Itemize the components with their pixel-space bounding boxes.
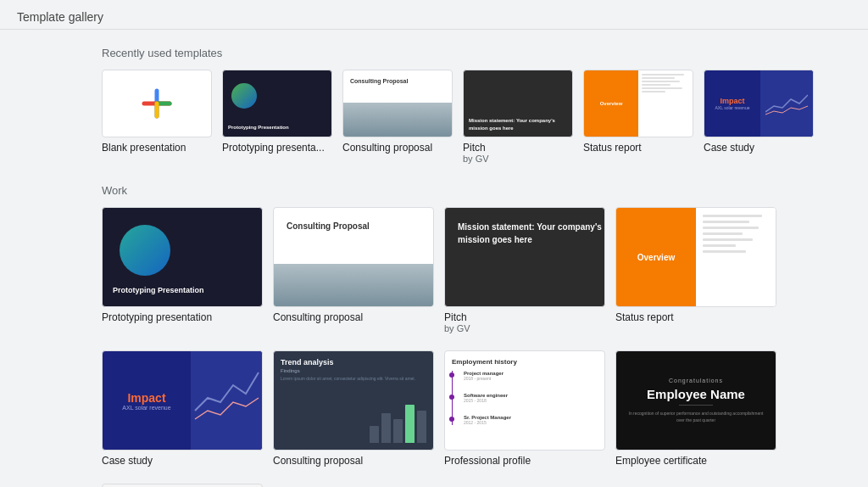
thumb-employ-lg: Employment history Project manager 2018 …	[444, 350, 605, 451]
case-sub-text: AXL solar revenue	[715, 105, 750, 110]
thumb-wire-lg: by Balsamiq Project Wireframes	[102, 484, 263, 487]
template-pitch-lg-subname: by GV	[444, 323, 470, 333]
template-case-sm[interactable]: Impact AXL solar revenue Case study	[704, 70, 814, 164]
employ-entry-2: Software engineer 2015 - 2018	[464, 393, 598, 403]
employ-entry-3: Sr. Project Manager 2012 - 2015	[464, 415, 598, 425]
case-lg-left: Impact AXL solar revenue	[103, 351, 191, 450]
pitch-sm-text: Mission statement: Your company's missio…	[469, 117, 567, 132]
template-blank-name: Blank presentation	[102, 142, 186, 154]
timeline-dot-1	[449, 372, 454, 378]
case-lg-right	[191, 351, 262, 450]
work-row-2: Impact AXL solar revenue Case study Tren…	[102, 350, 766, 467]
wave-chart	[765, 91, 808, 116]
proto-circle	[231, 83, 257, 109]
work-section-label: Work	[102, 184, 766, 197]
thumb-consult-sm: Consulting Proposal	[342, 70, 453, 137]
employ-date-1: 2018 - present	[464, 376, 598, 381]
thumb-proto-sm: Prototyping Presentation	[222, 70, 332, 137]
case-left: Impact AXL solar revenue	[704, 70, 760, 137]
cert-divider	[679, 405, 713, 406]
google-plus-icon	[140, 87, 174, 120]
bar-5	[417, 411, 426, 443]
thumb-case-sm: Impact AXL solar revenue	[704, 70, 814, 137]
status-orange-block: Overview	[584, 70, 638, 137]
case-lg-impact: Impact	[127, 391, 165, 405]
template-status-lg[interactable]: Overview Status report	[615, 207, 776, 333]
template-wire-lg[interactable]: by Balsamiq Project Wireframes Project W…	[102, 484, 263, 487]
thumb-status-sm: Overview	[583, 70, 693, 137]
thumb-proto-lg: Prototyping Presentation	[102, 207, 263, 307]
recent-section-label: Recently used templates	[102, 47, 766, 59]
template-proto-lg[interactable]: Prototyping Presentation Prototyping pre…	[102, 207, 263, 333]
template-blank[interactable]: Blank presentation	[102, 70, 212, 164]
proto-sm-text: Prototyping Presentation	[228, 125, 289, 132]
trend-bars-container	[370, 396, 426, 443]
work-row-1: Prototyping Presentation Prototyping pre…	[102, 207, 766, 333]
template-proto-sm-name: Prototyping presenta...	[222, 142, 325, 154]
template-proto-lg-name: Prototyping presentation	[102, 311, 212, 323]
thumb-pitch-lg: Mission statement: Your company's missio…	[444, 207, 605, 307]
consult-sm-text: Consulting Proposal	[350, 77, 408, 86]
recent-templates-row: Blank presentation Prototyping Presentat…	[102, 70, 766, 164]
template-consult-sm[interactable]: Consulting Proposal Consulting proposal	[342, 70, 453, 164]
thumb-cert-lg: Congratulations Employee Name In recogni…	[615, 350, 776, 451]
template-status-sm[interactable]: Overview Status report	[583, 70, 693, 164]
template-consult-lg-name: Consulting proposal	[273, 311, 363, 323]
template-status-sm-name: Status report	[583, 142, 642, 154]
template-employ-lg-name: Professional profile	[444, 455, 531, 467]
trend-body-text: Lorem ipsum dolor sit amet, consectetur …	[281, 376, 426, 382]
template-trend-lg-name: Consulting proposal	[273, 455, 363, 467]
cert-desc-text: In recognition of superior performance a…	[625, 411, 767, 423]
work-row-3: by Balsamiq Project Wireframes Project W…	[102, 484, 766, 487]
bar-1	[370, 426, 379, 443]
template-proto-sm[interactable]: Prototyping Presentation Prototyping pre…	[222, 70, 332, 164]
cert-name-text: Employee Name	[647, 387, 745, 401]
employ-entry-1: Project manager 2018 - present	[464, 371, 598, 381]
mountain-lg-bg	[274, 264, 433, 306]
employ-timeline: Project manager 2018 - present Software …	[452, 371, 598, 425]
template-pitch-sm-subname: by GV	[463, 154, 489, 164]
consult-lg-text: Consulting Proposal	[287, 221, 370, 232]
status-overview-text: Overview	[600, 101, 623, 106]
template-case-lg-name: Case study	[102, 455, 153, 467]
work-section: Work Prototyping Presentation Prototypin…	[102, 184, 766, 487]
status-lg-overview-text: Overview	[637, 253, 675, 262]
bar-2	[381, 413, 391, 443]
timeline-dot-3	[449, 417, 454, 422]
employ-title-text: Employment history	[452, 358, 598, 366]
case-wave-chart	[191, 360, 262, 428]
template-pitch-lg[interactable]: Mission statement: Your company's missio…	[444, 207, 605, 333]
thumb-trend-lg: Trend analysis Findings Lorem ipsum dolo…	[273, 350, 434, 451]
thumb-case-lg: Impact AXL solar revenue	[102, 350, 263, 451]
thumb-blank	[102, 70, 212, 137]
proto-lg-circle	[120, 225, 170, 276]
template-pitch-sm-name: Pitch	[463, 142, 486, 154]
cert-congrats-text: Congratulations	[669, 378, 723, 383]
bar-3	[393, 419, 403, 443]
trend-title-text: Trend analysis	[281, 358, 426, 367]
template-employ-lg[interactable]: Employment history Project manager 2018 …	[444, 350, 605, 467]
thumb-status-lg: Overview	[615, 207, 776, 307]
template-consult-lg[interactable]: Consulting Proposal Consulting proposal	[273, 207, 434, 333]
template-cert-lg[interactable]: Congratulations Employee Name In recogni…	[615, 350, 776, 467]
template-pitch-lg-name: Pitch	[444, 311, 467, 323]
template-case-sm-name: Case study	[704, 142, 754, 154]
employ-date-3: 2012 - 2015	[464, 420, 598, 425]
template-case-lg[interactable]: Impact AXL solar revenue Case study	[102, 350, 263, 467]
pitch-lg-text: Mission statement: Your company's missio…	[458, 221, 604, 246]
template-trend-lg[interactable]: Trend analysis Findings Lorem ipsum dolo…	[273, 350, 434, 467]
status-lg-orange: Overview	[616, 208, 696, 306]
template-cert-lg-name: Employee certificate	[615, 455, 707, 467]
template-pitch-sm[interactable]: Mission statement: Your company's missio…	[463, 70, 573, 164]
timeline-dot-2	[449, 395, 454, 400]
thumb-pitch-sm: Mission statement: Your company's missio…	[463, 70, 573, 137]
page-title: Template gallery	[0, 0, 868, 29]
template-consult-sm-name: Consulting proposal	[342, 142, 432, 154]
case-impact-text: Impact	[720, 97, 744, 105]
employ-date-2: 2015 - 2018	[464, 398, 598, 403]
status-lines	[638, 70, 693, 137]
mountain-bg	[343, 103, 452, 137]
template-status-lg-name: Status report	[615, 311, 674, 323]
case-right	[760, 70, 813, 137]
thumb-consult-lg: Consulting Proposal	[273, 207, 434, 307]
